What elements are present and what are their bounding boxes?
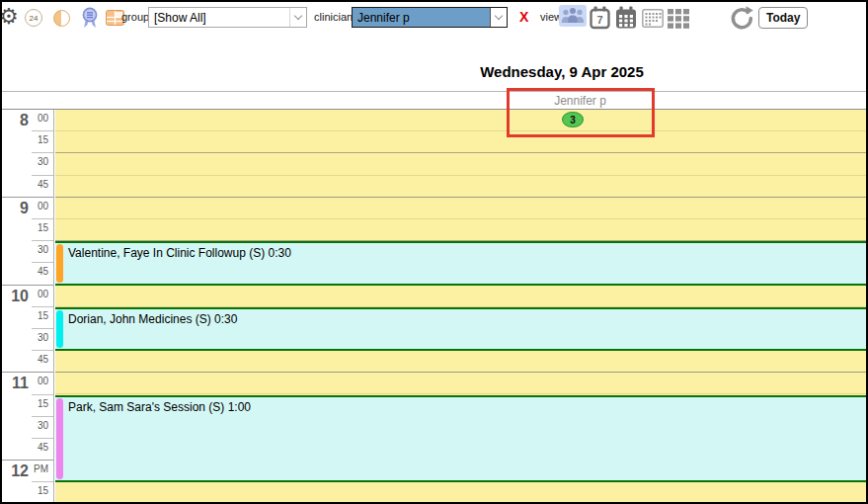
- minute-label-cell: 15: [2, 219, 53, 241]
- appointment-count-badge[interactable]: 3: [562, 112, 584, 127]
- clinician-select[interactable]: Jennifer p: [352, 7, 508, 28]
- chevron-down-icon: [490, 8, 507, 27]
- hour-block: 1000153045: [2, 286, 53, 374]
- minute-label-cell: 00: [2, 373, 53, 394]
- time-slot-row[interactable]: [55, 482, 866, 502]
- grid-squares-icon: [668, 9, 690, 29]
- appointment-block[interactable]: Dorian, John Medicines (S) 0:30: [55, 307, 866, 351]
- hour-block: 800153045: [2, 110, 53, 198]
- calendar-day-view: 8001530459001530451000153045110015304512…: [2, 110, 866, 502]
- minute-label-cell: 15: [2, 482, 53, 502]
- clinician-column-header[interactable]: Jennifer p: [507, 94, 654, 108]
- time-slot-row[interactable]: [55, 131, 866, 153]
- clock-24-icon: 24: [25, 9, 42, 27]
- minute-label-cell: 00: [2, 198, 53, 219]
- contrast-toggle-icon[interactable]: [53, 10, 70, 27]
- appointment-category-bar: [56, 398, 63, 480]
- chevron-down-icon: [289, 8, 306, 27]
- minute-label-cell: 30: [2, 329, 53, 351]
- time-slot-row[interactable]: [55, 153, 866, 175]
- minute-label-cell: PM: [2, 461, 53, 482]
- minute-label-cell: 15: [2, 395, 53, 417]
- group-select[interactable]: [Show All]: [148, 7, 307, 28]
- hour-block: 900153045: [2, 198, 53, 286]
- calendar-day-icon: 7: [590, 6, 610, 30]
- date-title: Wednesday, 9 Apr 2025: [254, 63, 868, 80]
- minute-label-cell: 15: [2, 307, 53, 329]
- time-slot-row[interactable]: [55, 198, 866, 219]
- appointment-category-bar: [56, 310, 63, 348]
- svg-text:7: 7: [596, 14, 602, 26]
- toolbar: ⚙ 24 group: [2, 2, 866, 36]
- day-grid[interactable]: Valentine, Faye In Clinic Followup (S) 0…: [55, 110, 866, 502]
- rosette-button[interactable]: [80, 7, 100, 29]
- time-slot-row[interactable]: [55, 286, 866, 307]
- hour-block: 1100153045: [2, 373, 53, 461]
- calendar-mini-icon: [642, 9, 664, 28]
- minute-label-cell: 45: [2, 263, 53, 285]
- view-clinicians-button[interactable]: [559, 5, 587, 27]
- view-week-button[interactable]: [613, 4, 639, 32]
- appointment-block[interactable]: Valentine, Faye In Clinic Followup (S) 0…: [55, 241, 866, 285]
- time-slot-row[interactable]: [55, 219, 866, 241]
- scheduler-window: ⚙ 24 group: [0, 0, 868, 504]
- appointment-title: Park, Sam Sara's Session (S) 1:00: [68, 400, 251, 414]
- clear-clinician-button[interactable]: X: [519, 9, 528, 25]
- calendar-grid-icon: [615, 6, 637, 30]
- group-label: group: [121, 11, 149, 23]
- settings-gear-icon[interactable]: ⚙: [0, 6, 19, 28]
- minute-label-cell: 15: [2, 131, 53, 153]
- refresh-icon: [729, 5, 755, 32]
- minute-label-cell: 30: [2, 417, 53, 439]
- time-gutter: 8001530459001530451000153045110015304512…: [2, 110, 54, 502]
- appointment-block[interactable]: Park, Sam Sara's Session (S) 1:00: [55, 395, 866, 483]
- refresh-button[interactable]: [729, 5, 755, 32]
- minute-label-cell: 30: [2, 153, 53, 175]
- time-slot-row[interactable]: [55, 176, 866, 198]
- minute-label-cell: 30: [2, 241, 53, 263]
- minute-label-cell: 00: [2, 286, 53, 307]
- group-select-value: [Show All]: [149, 8, 289, 27]
- 24-hour-clock-icon[interactable]: 24: [25, 9, 42, 27]
- minute-label-cell: 45: [2, 439, 53, 461]
- appointment-category-bar: [56, 244, 63, 282]
- appointment-title: Dorian, John Medicines (S) 0:30: [68, 312, 237, 326]
- view-multi-button[interactable]: [666, 7, 692, 31]
- hour-block: 12PM15: [2, 461, 53, 502]
- contrast-icon: [53, 10, 70, 27]
- view-day-button[interactable]: 7: [588, 4, 612, 32]
- today-button[interactable]: Today: [758, 7, 808, 29]
- rosette-icon: [80, 7, 100, 29]
- minute-label-cell: 45: [2, 351, 53, 373]
- appointment-title: Valentine, Faye In Clinic Followup (S) 0…: [68, 246, 291, 260]
- minute-label-cell: 00: [2, 110, 53, 131]
- minute-label-cell: 45: [2, 176, 53, 198]
- clinician-select-value: Jennifer p: [353, 8, 490, 27]
- gear-icon: ⚙: [0, 6, 19, 28]
- clinician-label: clinician: [314, 11, 353, 23]
- time-slot-row[interactable]: [55, 351, 866, 373]
- time-slot-row[interactable]: [55, 110, 866, 131]
- view-month-button[interactable]: [640, 7, 666, 30]
- column-header-band: Jennifer p: [2, 91, 866, 110]
- time-slot-row[interactable]: [55, 373, 866, 394]
- people-group-icon: [561, 7, 585, 25]
